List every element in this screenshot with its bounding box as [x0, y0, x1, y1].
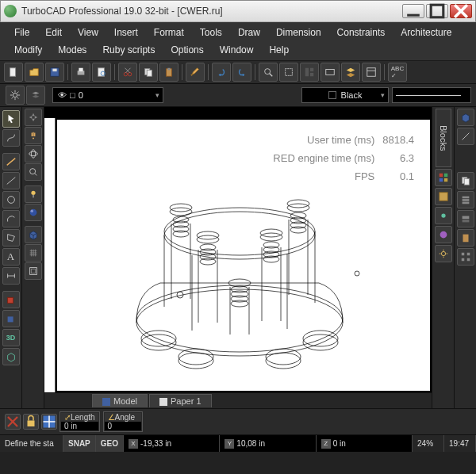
menu-format[interactable]: Format: [146, 24, 192, 41]
spellcheck-icon[interactable]: ABC✓: [388, 63, 407, 82]
arc-tool-icon[interactable]: [2, 210, 20, 227]
menu-window[interactable]: Window: [212, 41, 262, 59]
layout-icon[interactable]: [300, 63, 319, 82]
paste-r-icon[interactable]: [457, 229, 474, 247]
curve-tool-icon[interactable]: [2, 129, 20, 147]
box2-tool-icon[interactable]: [2, 310, 20, 327]
text-tool-icon[interactable]: A: [2, 248, 20, 266]
menu-view[interactable]: View: [70, 24, 106, 41]
pan-tool-icon[interactable]: [25, 127, 42, 144]
arr-r-icon[interactable]: [457, 248, 474, 266]
line-r-icon[interactable]: [457, 128, 474, 145]
drawing-canvas[interactable]: User time (ms)8818.4 RED engine time (ms…: [57, 120, 430, 391]
close-insp-icon[interactable]: [5, 414, 21, 430]
polyline-tool-icon[interactable]: [2, 153, 20, 170]
menu-dimension[interactable]: Dimension: [268, 24, 329, 41]
minimize-button[interactable]: [402, 4, 424, 18]
svg-point-41: [31, 191, 35, 195]
redo-icon[interactable]: [232, 63, 251, 82]
svg-line-29: [6, 159, 15, 166]
pointer-tool-icon[interactable]: [2, 110, 20, 128]
3d2-tool-icon[interactable]: [2, 348, 20, 365]
linetype-dropdown[interactable]: [392, 87, 471, 103]
line-tool-icon[interactable]: [2, 172, 20, 189]
menu-file[interactable]: File: [6, 24, 37, 41]
snap-toggle[interactable]: SNAP: [63, 435, 96, 452]
gear-icon[interactable]: [6, 86, 25, 105]
grid-insp-icon[interactable]: [41, 414, 57, 430]
brush-icon[interactable]: [186, 63, 205, 82]
new-file-icon[interactable]: [4, 63, 23, 82]
menu-modes[interactable]: Modes: [50, 41, 94, 59]
stack-r-icon[interactable]: [457, 191, 474, 208]
zoom-tool-icon[interactable]: [25, 163, 42, 181]
clock: 19:47: [444, 435, 476, 452]
materials-btn-icon[interactable]: [435, 226, 452, 243]
geo-toggle[interactable]: GEO: [96, 435, 124, 452]
length-field[interactable]: ⤢Length 0 in: [60, 411, 100, 432]
svg-point-38: [31, 150, 35, 159]
copy-icon[interactable]: [139, 63, 158, 82]
lock-insp-icon[interactable]: [23, 414, 39, 430]
copy-r-icon[interactable]: [457, 172, 474, 189]
window-titlebar: TurboCAD Professional 19.0 32-bit - [CWE…: [0, 0, 476, 22]
tab-model[interactable]: Model: [92, 394, 148, 407]
circle-tool-icon[interactable]: [2, 191, 20, 208]
gear2-icon[interactable]: [435, 245, 452, 262]
angle-field[interactable]: ∠Angle 0: [103, 411, 143, 432]
menu-edit[interactable]: Edit: [37, 24, 70, 41]
maximize-button[interactable]: [426, 4, 448, 18]
svg-point-39: [29, 169, 35, 174]
stack2-r-icon[interactable]: [457, 210, 474, 227]
save-icon[interactable]: [45, 63, 64, 82]
menu-insert[interactable]: Insert: [106, 24, 146, 41]
color-dropdown[interactable]: Black: [301, 87, 389, 103]
mesh-tool-icon[interactable]: [25, 244, 42, 262]
coord-z[interactable]: Z0 in: [317, 435, 413, 452]
cube-icon[interactable]: [457, 109, 474, 126]
zoom-icon[interactable]: [259, 63, 278, 82]
light-tool-icon[interactable]: [25, 185, 42, 203]
print-icon[interactable]: [71, 63, 90, 82]
menu-constraints[interactable]: Constraints: [329, 24, 393, 41]
layers-icon[interactable]: [341, 63, 360, 82]
svg-rect-35: [7, 297, 13, 303]
3d-tool-icon[interactable]: 3D: [2, 329, 20, 346]
menu-ruby[interactable]: Ruby scripts: [94, 41, 163, 59]
zoom-level[interactable]: 24%: [413, 435, 444, 452]
menu-tools[interactable]: Tools: [192, 24, 230, 41]
right-panel: Blocks: [432, 107, 476, 408]
orbit-tool-icon[interactable]: [25, 145, 42, 162]
region-tool-icon[interactable]: [2, 229, 20, 247]
svg-point-111: [441, 252, 445, 256]
layers2-icon[interactable]: [26, 86, 45, 105]
menu-draw[interactable]: Draw: [230, 24, 268, 41]
close-button[interactable]: [450, 4, 472, 18]
menu-options[interactable]: Options: [163, 41, 211, 59]
layer-dropdown[interactable]: 👁 □ 0: [52, 87, 163, 103]
menu-architecture[interactable]: Architecture: [393, 24, 459, 41]
menu-help[interactable]: Help: [261, 41, 297, 59]
paste-icon[interactable]: [159, 63, 178, 82]
menu-modify[interactable]: Modify: [6, 41, 50, 59]
handle-btn-icon[interactable]: [435, 207, 452, 224]
props-btn-icon[interactable]: [435, 188, 452, 205]
box3d-tool-icon[interactable]: [25, 226, 42, 243]
print-preview-icon[interactable]: [92, 63, 111, 82]
cut-icon[interactable]: [118, 63, 137, 82]
view-icon[interactable]: [321, 63, 340, 82]
open-file-icon[interactable]: [25, 63, 44, 82]
coord-x[interactable]: X-19,33 in: [124, 435, 220, 452]
render-tool-icon[interactable]: [25, 204, 42, 221]
nav-tool-icon[interactable]: [25, 109, 42, 126]
properties-icon[interactable]: [362, 63, 381, 82]
shell-tool-icon[interactable]: [25, 262, 42, 280]
tab-paper1[interactable]: Paper 1: [149, 394, 212, 407]
undo-icon[interactable]: [212, 63, 231, 82]
palette-btn-icon[interactable]: [435, 169, 452, 186]
select-icon[interactable]: [279, 63, 298, 82]
coord-y[interactable]: Y10,08 in: [220, 435, 316, 452]
blocks-tab[interactable]: Blocks: [436, 109, 451, 167]
dimension-tool-icon[interactable]: [2, 267, 20, 285]
box-tool-icon[interactable]: [2, 291, 20, 308]
